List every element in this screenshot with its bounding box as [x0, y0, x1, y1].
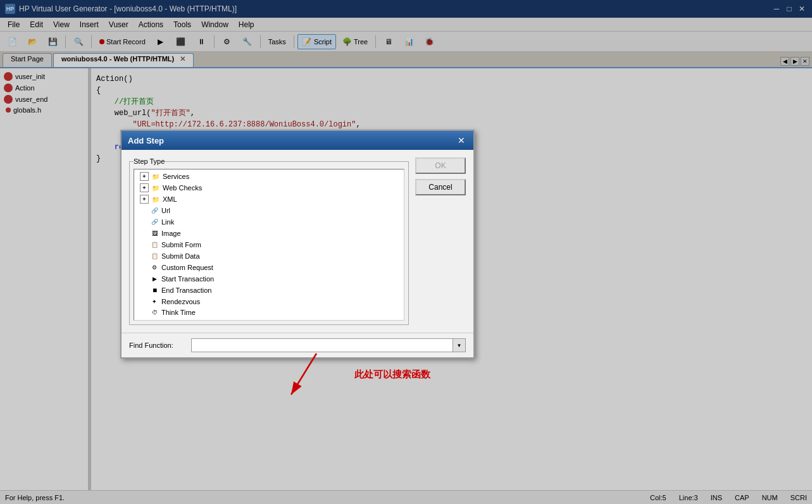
tree-item-start-transaction[interactable]: ▶ Start Transaction [135, 273, 403, 285]
tree-item-services[interactable]: + 📁 Services [135, 171, 403, 182]
tree-label-submit-data: Submit Data [161, 252, 200, 260]
dialog-title-bar: Add Step ✕ [122, 131, 473, 150]
tree-label-end-transaction: End Transaction [161, 286, 212, 294]
dialog-body: Step Type + 📁 Services + 📁 [122, 150, 473, 333]
modal-overlay: Add Step ✕ Step Type + 📁 Services [0, 0, 812, 504]
tree-item-xml[interactable]: + 📁 XML [135, 194, 403, 205]
tree-item-web-checks[interactable]: + 📁 Web Checks [135, 182, 403, 194]
dialog-footer: Find Function: ▼ [122, 333, 473, 357]
tree-item-image[interactable]: 🖼 Image [135, 228, 403, 239]
xml-expander[interactable]: + [140, 195, 149, 204]
custom-request-icon: ⚙ [149, 263, 159, 272]
tree-item-url[interactable]: 🔗 Url [135, 205, 403, 216]
tree-item-submit-form[interactable]: 📋 Submit Form [135, 239, 403, 250]
tree-item-link[interactable]: 🔗 Link [135, 216, 403, 228]
tree-item-think-time[interactable]: ⏱ Think Time [135, 307, 403, 317]
start-transaction-icon: ▶ [149, 274, 159, 283]
tree-label-services: Services [163, 173, 189, 180]
xml-icon: 📁 [151, 195, 161, 204]
tree-label-url: Url [161, 207, 170, 214]
step-type-section: Step Type + 📁 Services + 📁 [129, 157, 409, 325]
end-transaction-icon: ⏹ [149, 286, 159, 295]
step-type-legend: Step Type [134, 157, 165, 165]
find-input-wrapper: ▼ [191, 338, 466, 352]
tree-label-custom-request: Custom Request [161, 264, 213, 271]
image-icon: 🖼 [149, 229, 159, 238]
rendezvous-icon: ✦ [149, 297, 159, 306]
web-checks-expander[interactable]: + [140, 183, 149, 192]
url-icon: 🔗 [149, 206, 159, 215]
dialog-buttons: OK Cancel [415, 157, 466, 325]
tree-label-image: Image [161, 230, 181, 237]
services-icon: 📁 [151, 172, 161, 181]
tree-label-think-time: Think Time [161, 309, 196, 316]
dialog-close-button[interactable]: ✕ [456, 135, 467, 146]
tree-item-submit-data[interactable]: 📋 Submit Data [135, 250, 403, 262]
find-function-label: Find Function: [129, 341, 186, 349]
find-dropdown-button[interactable]: ▼ [453, 338, 466, 352]
tree-label-xml: XML [163, 195, 177, 203]
dialog-title-text: Add Step [128, 136, 164, 145]
think-time-icon: ⏱ [149, 308, 159, 317]
step-type-tree[interactable]: + 📁 Services + 📁 Web Checks + [134, 169, 404, 321]
tree-label-link: Link [161, 218, 174, 226]
submit-form-icon: 📋 [149, 240, 159, 249]
ok-button[interactable]: OK [415, 157, 466, 174]
tree-label-rendezvous: Rendezvous [161, 298, 200, 305]
submit-data-icon: 📋 [149, 252, 159, 261]
tree-label-start-transaction: Start Transaction [161, 275, 214, 283]
tree-label-submit-form: Submit Form [161, 241, 201, 249]
tree-label-web-checks: Web Checks [163, 184, 202, 192]
link-icon: 🔗 [149, 218, 159, 226]
tree-item-end-transaction[interactable]: ⏹ End Transaction [135, 285, 403, 296]
find-function-input[interactable] [191, 338, 453, 352]
tree-item-rendezvous[interactable]: ✦ Rendezvous [135, 296, 403, 307]
add-step-dialog: Add Step ✕ Step Type + 📁 Services [120, 130, 475, 359]
tree-item-custom-request[interactable]: ⚙ Custom Request [135, 262, 403, 273]
web-checks-icon: 📁 [151, 183, 161, 192]
services-expander[interactable]: + [140, 172, 149, 181]
cancel-button[interactable]: Cancel [415, 179, 466, 195]
